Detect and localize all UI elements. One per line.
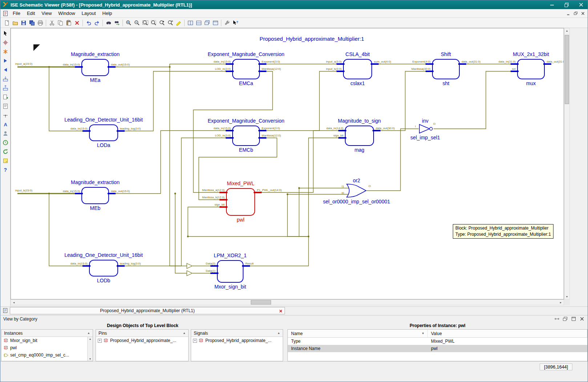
save-button[interactable] xyxy=(19,19,28,27)
pin-Data(1)[interactable] xyxy=(210,272,218,274)
scroll-left-icon[interactable]: ◄ xyxy=(11,301,16,304)
property-row[interactable]: Instance Namepwl xyxy=(288,345,587,352)
pin-Mantissa(12:0)[interactable] xyxy=(258,71,266,72)
mdi-restore-button[interactable] xyxy=(572,10,579,17)
net-wire[interactable] xyxy=(434,71,517,129)
sort-ascending-icon[interactable]: ▲ xyxy=(277,331,280,335)
pin-data_in(15:0)[interactable] xyxy=(82,130,90,132)
block-LODa[interactable] xyxy=(89,124,118,141)
pins-panel-header[interactable]: Pins ▲ xyxy=(96,330,188,337)
pin-Mantissa(30:0)[interactable] xyxy=(426,71,434,72)
refresh-button[interactable] xyxy=(1,147,9,156)
help-button[interactable]: ? xyxy=(1,166,9,174)
vertical-scrollbar[interactable]: ▲ ▼ xyxy=(564,28,570,299)
pin-Data(0)[interactable] xyxy=(210,265,218,267)
zoom-last-button[interactable] xyxy=(166,19,174,27)
property-row[interactable]: TypeMixed_PWL xyxy=(288,338,587,345)
view-forward-button[interactable] xyxy=(1,56,9,65)
maximize-panel-icon[interactable] xyxy=(571,316,576,322)
scroll-down-icon[interactable]: ▼ xyxy=(88,358,93,360)
pin-data_in(14:0)[interactable] xyxy=(338,130,346,131)
paste-button[interactable] xyxy=(64,19,73,27)
menu-window[interactable]: Window xyxy=(55,9,78,17)
net-wire[interactable] xyxy=(170,67,187,266)
net-wire[interactable] xyxy=(287,194,309,236)
push-hierarchy-button[interactable] xyxy=(1,75,9,83)
net-wire[interactable] xyxy=(175,194,187,273)
pin-data_in(15:0)[interactable] xyxy=(226,130,234,131)
pin-sign_bit[interactable] xyxy=(220,206,227,208)
scroll-down-icon[interactable]: ▼ xyxy=(564,295,569,298)
close-panel-icon[interactable] xyxy=(579,316,585,322)
tile-horizontal-button[interactable] xyxy=(194,19,203,27)
zoom-in-button[interactable] xyxy=(124,19,133,27)
pin-data_out(15:0)[interactable] xyxy=(108,66,116,68)
pin-LOD_in(3:0)[interactable] xyxy=(226,137,234,139)
pin-data_in(15:0)[interactable] xyxy=(82,265,90,267)
instances-scrollbar[interactable]: ▲ ▼ xyxy=(87,337,93,361)
notes-button[interactable] xyxy=(1,156,9,165)
scroll-up-icon[interactable]: ▲ xyxy=(88,338,93,340)
doc-view-button[interactable] xyxy=(1,102,9,110)
pin-leading_log(3:0)[interactable] xyxy=(117,265,125,267)
cut-button[interactable] xyxy=(48,19,56,27)
zoom-area-button[interactable] xyxy=(1,38,9,47)
signals-panel-header[interactable]: Signals ▲ xyxy=(191,330,283,337)
pin-Exponent(4:0)[interactable] xyxy=(426,63,434,65)
tab-close-icon[interactable]: × xyxy=(279,307,282,314)
or2-gate[interactable] xyxy=(347,184,366,197)
pin-data_out(30:0)[interactable] xyxy=(372,130,380,131)
zoom-box-button[interactable] xyxy=(149,19,158,27)
pin-Mantissa_a(12:0)[interactable] xyxy=(220,192,227,193)
split-horizontal-button[interactable] xyxy=(203,19,211,27)
pin-data_out(31:0)[interactable] xyxy=(543,63,551,65)
tab-rtl1[interactable]: Proposed_Hybrid_approximate_Multiplier (… xyxy=(10,307,285,314)
pin-leading_log(3:0)[interactable] xyxy=(117,130,125,132)
schematic-sheet[interactable]: Proposed_Hybrid_approximate_Multiplier:1… xyxy=(11,28,564,299)
help-pointer-button[interactable]: ? xyxy=(231,19,239,27)
expand-plus-icon[interactable]: + xyxy=(193,339,197,343)
redo-button[interactable] xyxy=(93,19,101,27)
menu-file[interactable]: File xyxy=(9,9,24,17)
ise-document-icon[interactable] xyxy=(1,9,9,17)
find-button[interactable] xyxy=(104,19,113,27)
pin-data_in(31:0)[interactable] xyxy=(511,63,519,65)
view-back-button[interactable] xyxy=(1,65,9,74)
signals-tree-item[interactable]: +Proposed_Hybrid_approximate_... xyxy=(191,337,283,344)
pin-data_out(15:0)[interactable] xyxy=(108,193,116,194)
minimize-button[interactable] xyxy=(545,0,559,9)
pin-Exponent(3:0)[interactable] xyxy=(258,130,266,131)
float-panel-icon[interactable] xyxy=(562,316,568,322)
instance-item[interactable]: pwl xyxy=(1,344,88,351)
block-LODb[interactable] xyxy=(89,260,118,276)
pin-data_in(15:0)[interactable] xyxy=(75,66,83,68)
signal-probe-button[interactable] xyxy=(1,47,9,56)
menu-help[interactable]: Help xyxy=(99,9,116,17)
scroll-up-icon[interactable]: ▲ xyxy=(564,29,569,32)
sort-ascending-icon[interactable]: ▲ xyxy=(87,331,90,335)
properties-col-name[interactable]: Name ▼ xyxy=(288,330,428,337)
block-cslax1[interactable] xyxy=(343,59,372,79)
block-MEa[interactable] xyxy=(81,59,109,76)
close-button[interactable] xyxy=(574,0,588,9)
select-pointer-button[interactable] xyxy=(1,29,9,37)
pins-tree-item[interactable]: +Proposed_Hybrid_approximate_... xyxy=(96,337,188,344)
menu-view[interactable]: View xyxy=(38,9,55,17)
pin-sign_bit[interactable] xyxy=(338,137,346,139)
pin-data_in(15:0)[interactable] xyxy=(226,63,234,65)
swap-panes-icon[interactable] xyxy=(554,316,560,322)
open-folder-button[interactable] xyxy=(11,19,19,27)
zoom-selected-button[interactable] xyxy=(158,19,166,27)
instance-item[interactable]: Mxor_sign_bit xyxy=(1,337,88,344)
zoom-full-button[interactable] xyxy=(141,19,149,27)
add-net-button[interactable] xyxy=(1,111,9,119)
menu-layout[interactable]: Layout xyxy=(78,9,99,17)
marker-button[interactable] xyxy=(174,19,183,27)
block-mux[interactable] xyxy=(517,59,545,79)
pin-LOD_in(3:0)[interactable] xyxy=(226,71,234,72)
user-button[interactable] xyxy=(1,129,9,138)
save-all-button[interactable] xyxy=(28,19,36,27)
inverter-gate[interactable] xyxy=(419,124,430,133)
find-next-button[interactable] xyxy=(113,19,121,27)
block-sht[interactable] xyxy=(432,59,460,79)
